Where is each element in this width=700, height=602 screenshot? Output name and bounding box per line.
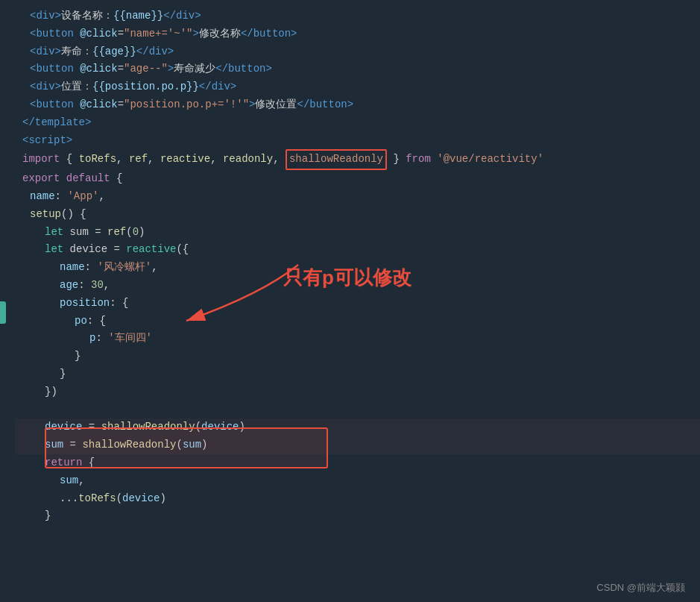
- code-line-1: <div>设备名称：{{name}}</div>: [15, 7, 700, 25]
- code-line-20: }: [15, 348, 700, 366]
- code-line-27: sum,: [15, 472, 700, 490]
- shallow-readonly-highlight: shallowReadonly: [286, 149, 387, 170]
- code-line-21: }: [15, 366, 700, 383]
- highlight-box-shallow-readonly: [45, 427, 328, 468]
- watermark: CSDN @前端大颖颢: [596, 581, 685, 595]
- code-line-28: ...toRefs(device): [15, 490, 700, 508]
- annotation-text: 只有p可以修改: [283, 265, 412, 291]
- left-indicator: [0, 301, 6, 324]
- code-line-2: <button @click="name+='~'">修改名称</button>: [15, 25, 700, 43]
- code-line-29: }: [15, 507, 700, 525]
- annotation-arrow: [112, 250, 306, 339]
- code-line-4: <button @click="age--">寿命减少</button>: [15, 60, 700, 78]
- code-line-7: </template>: [15, 114, 700, 132]
- code-line-12: setup() {: [15, 206, 700, 224]
- code-line-10: export default {: [15, 170, 700, 188]
- code-line-11: name: 'App',: [15, 188, 700, 206]
- code-line-13: let sum = ref(0): [15, 224, 700, 242]
- tag: <div>: [30, 7, 61, 25]
- code-line-23: [15, 401, 700, 419]
- code-line-6: <button @click="position.po.p+='!'">修改位置…: [15, 96, 700, 114]
- code-line-22: }): [15, 383, 700, 401]
- code-line-9: import { toRefs, ref, reactive, readonly…: [15, 149, 700, 170]
- code-line-3: <div>寿命：{{age}}</div>: [15, 43, 700, 61]
- code-line-5: <div>位置：{{position.po.p}}</div>: [15, 78, 700, 96]
- code-line-8: <script>: [15, 132, 700, 150]
